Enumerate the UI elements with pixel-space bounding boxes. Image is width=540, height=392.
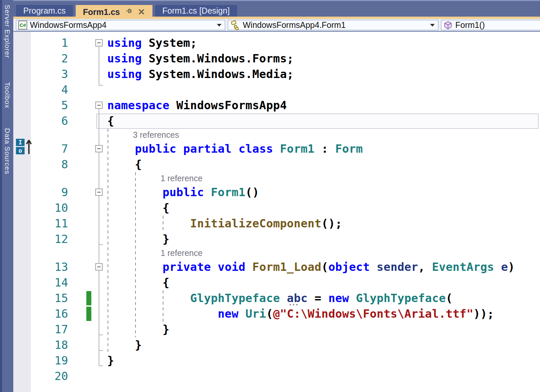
code-text: InitializeComponent();: [107, 216, 342, 231]
code-text: {: [107, 200, 169, 216]
code-line[interactable]: 2using System.Windows.Forms;: [13, 51, 540, 66]
method-icon: [443, 21, 453, 30]
code-line[interactable]: 1using System;: [13, 35, 540, 51]
code-text: {: [107, 113, 114, 129]
line-number: 20: [13, 368, 68, 384]
code-line[interactable]: 19}: [13, 353, 540, 368]
sidebar-item-server-explorer[interactable]: Server Explorer: [2, 5, 11, 58]
code-line[interactable]: 9 public Form1(): [13, 185, 540, 200]
code-line[interactable]: 6{: [13, 113, 540, 129]
code-line[interactable]: 12 }: [13, 231, 540, 247]
change-tracking-bar: [86, 307, 91, 321]
code-line[interactable]: 5namespace WindowsFormsApp4: [13, 98, 540, 113]
fold-collapse-button[interactable]: [95, 145, 103, 152]
sidebar-item-toolbox[interactable]: Toolbox: [2, 82, 11, 108]
chevron-down-icon[interactable]: [430, 24, 435, 27]
sidebar-item-data-sources[interactable]: Data Sources: [2, 128, 11, 174]
csharp-project-icon: C#: [18, 21, 27, 30]
code-text: public partial class Form1 : Form: [107, 141, 363, 157]
code-line[interactable]: 17 }: [13, 322, 540, 337]
code-line[interactable]: 10 {: [13, 200, 540, 216]
code-text: }: [107, 337, 142, 353]
line-number: 1: [13, 35, 68, 51]
line-number: 11: [13, 216, 68, 231]
tab-label: Form1.cs [Design]: [162, 6, 230, 16]
code-line[interactable]: 8 {: [13, 157, 540, 172]
code-line[interactable]: 13 private void Form1_Load(object sender…: [13, 259, 540, 275]
code-line[interactable]: 3using System.Windows.Media;: [13, 66, 540, 82]
chevron-down-icon[interactable]: [217, 24, 222, 27]
code-line[interactable]: 4: [13, 82, 540, 98]
fold-collapse-button[interactable]: [95, 263, 103, 271]
line-number: 15: [13, 290, 68, 306]
type-dropdown[interactable]: WindowsFormsApp4.Form1: [228, 20, 438, 30]
project-dropdown[interactable]: C# WindowsFormsApp4: [16, 20, 225, 30]
codelens-row: 1 reference: [13, 172, 540, 185]
line-number: 5: [13, 98, 68, 113]
code-text: public Form1(): [107, 185, 259, 200]
line-number: 10: [13, 200, 68, 216]
code-text: new Uri(@"C:\Windows\Fonts\Arial.ttf"));: [107, 306, 494, 322]
code-line[interactable]: 18 }: [13, 337, 540, 353]
line-number: 6: [13, 113, 68, 129]
tab-label: Form1.cs: [83, 7, 120, 17]
code-text: namespace WindowsFormsApp4: [107, 98, 287, 113]
code-text: {: [107, 275, 169, 290]
code-text: private void Form1_Load(object sender, E…: [107, 259, 515, 275]
line-number: 19: [13, 353, 68, 368]
fold-collapse-button[interactable]: [95, 39, 103, 46]
change-tracking-bar: [86, 291, 91, 305]
fold-collapse-button[interactable]: [95, 102, 103, 109]
line-number: 4: [13, 82, 68, 98]
tab-label: Program.cs: [23, 6, 66, 16]
line-number: 9: [13, 185, 68, 200]
line-number: 12: [13, 231, 68, 247]
document-tab-strip: Program.cs Form1.cs ✕ Form1.cs [Design]: [13, 0, 540, 19]
code-line[interactable]: 7 public partial class Form1 : Form: [13, 141, 540, 157]
tabstrip-top-highlight: [13, 0, 540, 1]
codelens-references-link[interactable]: 3 references: [133, 130, 179, 140]
code-lines-container: 1using System;2using System.Windows.Form…: [13, 35, 540, 384]
line-number: 8: [13, 157, 68, 172]
line-number: 2: [13, 51, 68, 66]
code-text: using System.Windows.Forms;: [107, 51, 294, 66]
line-number: 17: [13, 322, 68, 337]
tab-program-cs[interactable]: Program.cs: [16, 5, 73, 17]
code-line[interactable]: 15 GlyphTypeface abc = new GlyphTypeface…: [13, 290, 540, 306]
project-dropdown-value: WindowsFormsApp4: [30, 20, 214, 30]
code-text: }: [107, 322, 169, 337]
code-line[interactable]: 14 {: [13, 275, 540, 290]
line-number: 14: [13, 275, 68, 290]
navigation-bar: C# WindowsFormsApp4 WindowsFormsApp4.For…: [13, 19, 540, 32]
line-number: 7: [13, 141, 68, 157]
code-text: {: [107, 157, 142, 172]
codelens-references-link[interactable]: 1 reference: [160, 174, 202, 183]
type-dropdown-value: WindowsFormsApp4.Form1: [243, 20, 427, 30]
code-editor[interactable]: I o 1using System;2using System.Windows.…: [13, 32, 540, 392]
tab-form1-cs-active[interactable]: Form1.cs ✕: [76, 5, 152, 19]
code-text: GlyphTypeface abc = new GlyphTypeface(: [107, 290, 453, 306]
class-icon: [230, 20, 240, 30]
tool-window-sidebar: Server Explorer Toolbox Data Sources: [0, 0, 13, 392]
member-dropdown-value: Form1(): [455, 20, 540, 30]
code-line[interactable]: 16 new Uri(@"C:\Windows\Fonts\Arial.ttf"…: [13, 306, 540, 322]
line-number: 18: [13, 337, 68, 353]
line-number: 3: [13, 66, 68, 82]
codelens-row: 1 reference: [13, 247, 540, 259]
codelens-row: 3 references: [13, 129, 540, 141]
line-number: 16: [13, 306, 68, 322]
tab-form1-cs-design[interactable]: Form1.cs [Design]: [155, 5, 237, 17]
code-text: using System.Windows.Media;: [107, 66, 294, 82]
code-text: }: [107, 231, 169, 247]
codelens-references-link[interactable]: 1 reference: [160, 248, 202, 258]
code-text: using System;: [107, 35, 197, 51]
code-line[interactable]: 11 InitializeComponent();: [13, 216, 540, 231]
pin-icon[interactable]: [125, 7, 133, 17]
code-text: }: [107, 353, 114, 368]
code-line[interactable]: 20: [13, 368, 540, 384]
fold-collapse-button[interactable]: [95, 189, 103, 196]
member-dropdown[interactable]: Form1(): [441, 20, 540, 30]
line-number: 13: [13, 259, 68, 275]
close-icon[interactable]: ✕: [138, 8, 145, 16]
